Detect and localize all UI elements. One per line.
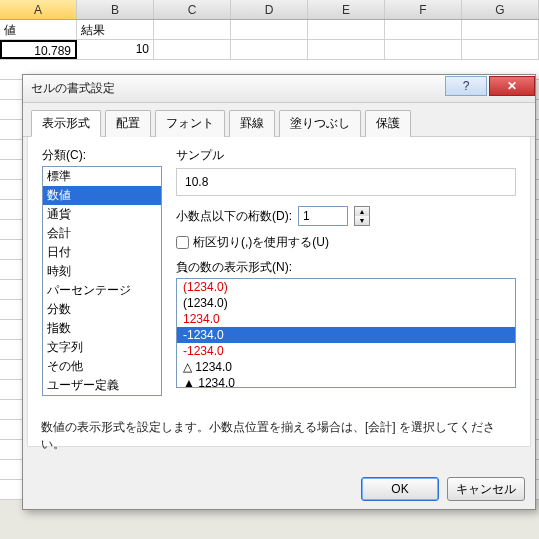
- cell[interactable]: [231, 20, 308, 39]
- cell[interactable]: [462, 20, 539, 39]
- tabs: 表示形式 配置 フォント 罫線 塗りつぶし 保護: [23, 103, 535, 137]
- negative-format-item[interactable]: 1234.0: [177, 311, 515, 327]
- category-label: 分類(C):: [42, 147, 162, 164]
- cell[interactable]: [154, 40, 231, 59]
- sample-label: サンプル: [176, 147, 516, 164]
- tab-protection[interactable]: 保護: [365, 110, 411, 137]
- cell[interactable]: [462, 40, 539, 59]
- category-item[interactable]: 分数: [43, 300, 161, 319]
- category-item[interactable]: 日付: [43, 243, 161, 262]
- negative-format-listbox[interactable]: (1234.0) (1234.0) 1234.0 -1234.0 -1234.0…: [176, 278, 516, 388]
- cell-b2[interactable]: 10: [77, 40, 154, 59]
- category-item[interactable]: 時刻: [43, 262, 161, 281]
- tab-border[interactable]: 罫線: [229, 110, 275, 137]
- button-bar: OK キャンセル: [361, 477, 525, 501]
- col-header-e[interactable]: E: [308, 0, 385, 19]
- cell[interactable]: [154, 20, 231, 39]
- thousand-separator-checkbox[interactable]: [176, 236, 189, 249]
- col-header-b[interactable]: B: [77, 0, 154, 19]
- cell[interactable]: [385, 40, 462, 59]
- category-item[interactable]: その他: [43, 357, 161, 376]
- negative-format-item[interactable]: -1234.0: [177, 327, 515, 343]
- negative-format-item[interactable]: -1234.0: [177, 343, 515, 359]
- category-item[interactable]: パーセンテージ: [43, 281, 161, 300]
- negative-format-item[interactable]: △ 1234.0: [177, 359, 515, 375]
- category-item[interactable]: 数値: [43, 186, 161, 205]
- category-item[interactable]: 通貨: [43, 205, 161, 224]
- spinner-buttons[interactable]: ▲ ▼: [354, 206, 370, 226]
- table-row: 10.789 10: [0, 40, 539, 60]
- category-item[interactable]: ユーザー定義: [43, 376, 161, 395]
- cell-a2-selected[interactable]: 10.789: [0, 40, 77, 59]
- close-button[interactable]: ✕: [489, 76, 535, 96]
- decimal-places-label: 小数点以下の桁数(D):: [176, 208, 292, 225]
- cell[interactable]: [308, 40, 385, 59]
- category-listbox[interactable]: 標準 数値 通貨 会計 日付 時刻 パーセンテージ 分数 指数 文字列 その他 …: [42, 166, 162, 396]
- dialog-title: セルの書式設定: [31, 80, 115, 97]
- col-header-c[interactable]: C: [154, 0, 231, 19]
- ok-button[interactable]: OK: [361, 477, 439, 501]
- tab-number-format[interactable]: 表示形式: [31, 110, 101, 137]
- column-headers: A B C D E F G: [0, 0, 539, 20]
- thousand-separator-label: 桁区切り(,)を使用する(U): [193, 234, 329, 251]
- spinner-up-icon[interactable]: ▲: [355, 207, 369, 216]
- tab-content: 分類(C): 標準 数値 通貨 会計 日付 時刻 パーセンテージ 分数 指数 文…: [27, 137, 531, 447]
- negative-format-item[interactable]: (1234.0): [177, 295, 515, 311]
- help-text: 数値の表示形式を設定します。小数点位置を揃える場合は、[会計] を選択してくださ…: [41, 419, 517, 453]
- category-item[interactable]: 会計: [43, 224, 161, 243]
- tab-fill[interactable]: 塗りつぶし: [279, 110, 361, 137]
- format-cells-dialog: セルの書式設定 ? ✕ 表示形式 配置 フォント 罫線 塗りつぶし 保護 分類(…: [22, 74, 536, 510]
- col-header-g[interactable]: G: [462, 0, 539, 19]
- close-icon: ✕: [507, 79, 517, 93]
- help-button[interactable]: ?: [445, 76, 487, 96]
- tab-alignment[interactable]: 配置: [105, 110, 151, 137]
- negative-format-label: 負の数の表示形式(N):: [176, 259, 516, 276]
- cell[interactable]: [385, 20, 462, 39]
- titlebar[interactable]: セルの書式設定 ? ✕: [23, 75, 535, 103]
- cell-a1[interactable]: 値: [0, 20, 77, 39]
- col-header-f[interactable]: F: [385, 0, 462, 19]
- table-row: 値 結果: [0, 20, 539, 40]
- decimal-places-input[interactable]: [298, 206, 348, 226]
- category-item[interactable]: 指数: [43, 319, 161, 338]
- cell[interactable]: [308, 20, 385, 39]
- col-header-d[interactable]: D: [231, 0, 308, 19]
- negative-format-item[interactable]: ▲ 1234.0: [177, 375, 515, 388]
- category-item[interactable]: 標準: [43, 167, 161, 186]
- sample-box: 10.8: [176, 168, 516, 196]
- cell-b1[interactable]: 結果: [77, 20, 154, 39]
- negative-format-item[interactable]: (1234.0): [177, 279, 515, 295]
- cancel-button[interactable]: キャンセル: [447, 477, 525, 501]
- spinner-down-icon[interactable]: ▼: [355, 216, 369, 225]
- category-item[interactable]: 文字列: [43, 338, 161, 357]
- cell[interactable]: [231, 40, 308, 59]
- col-header-a[interactable]: A: [0, 0, 77, 19]
- sample-value: 10.8: [185, 175, 208, 189]
- help-icon: ?: [463, 79, 470, 93]
- tab-font[interactable]: フォント: [155, 110, 225, 137]
